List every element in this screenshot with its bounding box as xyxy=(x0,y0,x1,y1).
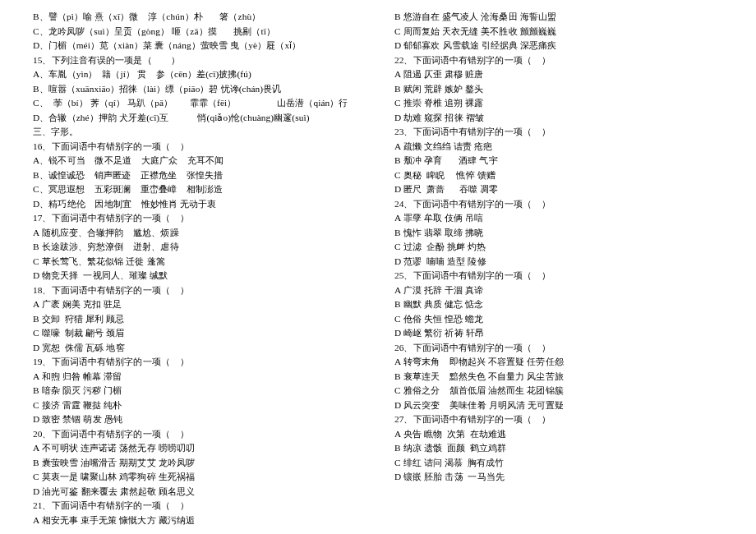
text-line: B 幽默 典质 健忘 惦念 xyxy=(394,297,731,312)
text-line: B 交卸 狩猎 犀利 顾忌 xyxy=(33,312,370,327)
text-line: A 不可明状 连声诺诺 荡然无存 唠唠叨叨 xyxy=(33,441,370,456)
text-line: 21、下面词语中有错别字的一项（ ） xyxy=(33,499,370,513)
text-line: B 衰草连天 黯然失色 不自量力 风尘苦旅 xyxy=(394,370,731,384)
text-line: A 广漠 托辞 干涸 真谛 xyxy=(394,283,731,298)
text-line: D、合辙（zhé）押韵 犬牙差(cī)互 悄(qiǎo)怆(chuàng)幽邃(… xyxy=(33,111,370,126)
text-line: D 崎岖 繁衍 祈祷 轩昂 xyxy=(394,326,731,341)
text-line: D 郁郁寡欢 风雪载途 引经据典 深恶痛疾 xyxy=(394,39,731,53)
text-line: B 赋闲 荒辟 嫉妒 鏊头 xyxy=(394,82,731,97)
text-line: C 草长莺飞、繁花似锦 迁徙 蓬篙 xyxy=(33,255,370,269)
text-line: D 风云突变 美味佳肴 月明风清 无可置疑 xyxy=(394,398,731,413)
text-line: B、喧嚣（xuānxiāo）招徕（lài）缥（piāo）碧 忧谗(chán)畏讥 xyxy=(33,82,370,97)
text-line: B 悠游自在 盛气凌人 沧海桑田 海誓山盟 xyxy=(394,10,731,25)
text-line: D 匿尺 萧蔷 吞噬 凋零 xyxy=(394,182,731,197)
text-line: 27、下面词语中有错别字的一项（ ） xyxy=(394,412,731,427)
text-line: A 阻遏 仄歪 肃穆 赃唐 xyxy=(394,67,731,82)
text-line: B、譬（pì）喻 熹（xī）微 淳（chún）朴 箸（zhù） xyxy=(33,10,370,25)
text-line: C 雅俗之分 颔首低眉 油然而生 花团锦簇 xyxy=(394,384,731,398)
text-line: 18、下面词语中有错别字的一项（ ） xyxy=(33,283,370,298)
text-line: A 和煦 归咎 帷幕 滞留 xyxy=(33,370,370,384)
text-line: 16、下面词语中有错别字的一项（ ） xyxy=(33,140,370,154)
text-line: C 奥秘 睥睨 憔悴 馈赠 xyxy=(394,168,731,183)
text-line: C 莫衷一是 啸聚山林 鸡零狗碎 生死祸福 xyxy=(33,470,370,485)
text-line: C 接济 雷霆 鞭挞 纯朴 xyxy=(33,398,370,413)
text-line: A 广袤 娴美 克扣 驻足 xyxy=(33,297,370,312)
text-line: 19、下面词语中有错别字的一项（ ） xyxy=(33,355,370,370)
text-line: A、锐不可当 微不足道 大庭广众 充耳不闻 xyxy=(33,154,370,168)
text-line: B 愧怍 翡翠 取缔 拂晓 xyxy=(394,226,731,241)
text-line: A 转弯末角 即物起兴 不容置疑 任劳任怨 xyxy=(394,355,731,370)
text-line: D、精巧绝伦 因地制宜 惟妙惟肖 无动于衷 xyxy=(33,197,370,212)
text-line: A 相安无事 束手无策 慷慨大方 藏污纳逅 xyxy=(33,513,370,528)
text-line: 24、下面词语中有错别字的一项（ ） xyxy=(394,197,731,212)
text-line: C 推崇 脊椎 追朔 裸露 xyxy=(394,96,731,111)
text-line: C、 荸（bí） 荠（qí） 马趴（pā） 霏霏（fēi） 山岳潜（qián）行 xyxy=(33,96,370,111)
right-column: B 悠游自在 盛气凌人 沧海桑田 海誓山盟 C 周而复始 天衣无缝 美不胜收 颤… xyxy=(394,10,731,527)
text-line: 三、字形。 xyxy=(33,125,370,140)
text-line: A 随机应变、合辙押韵 尴尬、烦躁 xyxy=(33,226,370,241)
text-line: D 范谬 喃喃 造型 陵修 xyxy=(394,255,731,269)
text-line: 25、下面词语中有错别字的一项（ ） xyxy=(394,269,731,283)
text-line: 20、下面词语中有错别字的一项（ ） xyxy=(33,427,370,442)
text-line: D 宽恕 侏儒 瓦砾 地窖 xyxy=(33,341,370,356)
text-line: 15、下列注音有误的一项是（ ） xyxy=(33,53,370,68)
text-line: B 囊萤映雪 油嘴滑舌 期期艾艾 龙吟凤哕 xyxy=(33,456,370,471)
text-line: C 周而复始 天衣无缝 美不胜收 颤颤巍巍 xyxy=(394,25,731,39)
text-line: 22、下面词语中有错别字的一项（ ） xyxy=(394,53,731,68)
text-line: D 劫难 窥探 招徕 褶皱 xyxy=(394,111,731,126)
text-line: B 颓冲 孕育 酒肆 气宇 xyxy=(394,154,731,168)
text-line: D 油光可鉴 翻来覆去 肃然起敬 顾名思义 xyxy=(33,485,370,499)
text-line: D 致密 禁锢 萌发 愚钝 xyxy=(33,412,370,427)
text-line: C 噬嚎 制裁 翩号 颈眉 xyxy=(33,326,370,341)
text-line: C 伧俗 失恒 惶恐 蟾龙 xyxy=(394,312,731,327)
text-line: A 央告 瞧物 次第 在劫难逃 xyxy=(394,427,731,442)
text-line: 23、下面词语中有错别字的一项（ ） xyxy=(394,125,731,140)
text-line: A、车胤（yìn） 籍（jí） 贯 参（cēn）差(cī)披拂(fú) xyxy=(33,67,370,82)
text-line: C、冥思遐想 五彩斑澜 重峦叠嶂 相制澎造 xyxy=(33,182,370,197)
text-line: A 罪孽 牟取 伎俩 吊唁 xyxy=(394,211,731,226)
text-line: C 过滤 企酚 挑衅 灼热 xyxy=(394,240,731,255)
text-line: C 绯红 诘问 渴慕 胸有成竹 xyxy=(394,456,731,471)
text-line: C、龙吟凤哕（suì）呈贡（gòng） 咂（zā）摸 挑剔（tī） xyxy=(33,25,370,39)
left-column: B、譬（pì）喻 熹（xī）微 淳（chún）朴 箸（zhù） C、龙吟凤哕（s… xyxy=(33,10,370,527)
text-line: D 镶嵌 胚胎 击荡 一马当先 xyxy=(394,470,731,485)
text-line: B 纳凉 遗骸 面颜 鹤立鸡群 xyxy=(394,441,731,456)
text-line: 26、下面词语中有错别字的一项（ ） xyxy=(394,341,731,356)
text-line: D 物竞天择 一视同人、璀璨 缄默 xyxy=(33,269,370,283)
text-line: A 疏懒 文绉绉 诘责 疮疤 xyxy=(394,140,731,154)
text-line: 17、下面词语中有错别字的一项（ ） xyxy=(33,211,370,226)
text-line: D、门楣（méi）苋（xiàn）菜 囊（náng）萤映雪 曳（yè）屣（xǐ） xyxy=(33,39,370,53)
text-line: B 喑杂 陨灭 污秽 门楣 xyxy=(33,384,370,398)
text-line: B 长途跋涉、穷愁潦倒 迸射、虐待 xyxy=(33,240,370,255)
text-line: B、诚惶诚恐 销声匿迹 正襟危坐 张惶失措 xyxy=(33,168,370,183)
